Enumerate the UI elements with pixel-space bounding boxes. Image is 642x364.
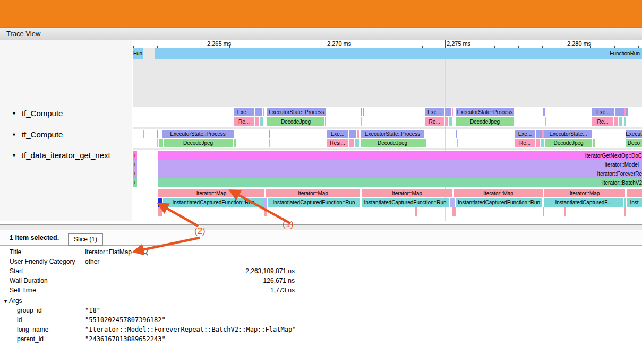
trace-slice[interactable]: ExecutorState::Process — [456, 108, 514, 116]
trace-slice[interactable] — [157, 130, 158, 138]
collapse-triangle-icon[interactable]: ▼ — [12, 153, 16, 158]
trace-slice[interactable]: InstantiatedCapturedFunction::Run — [268, 198, 360, 207]
trace-slice[interactable] — [627, 189, 642, 197]
trace-slice[interactable] — [415, 207, 417, 216]
trace-slice[interactable] — [264, 207, 267, 216]
trace-slice[interactable] — [545, 117, 546, 126]
trace-slice[interactable] — [260, 117, 263, 126]
trace-slice[interactable]: InstantiatedCapturedFunction::Run — [456, 198, 542, 207]
trace-slice[interactable] — [445, 117, 448, 126]
trace-slice[interactable] — [619, 117, 622, 126]
trace-slice[interactable] — [325, 117, 326, 126]
trace-slice[interactable] — [355, 139, 359, 147]
trace-slice[interactable]: Re... — [234, 117, 254, 126]
trace-slice[interactable]: Iterator::Map — [266, 189, 360, 197]
trace-slice[interactable]: DecodeJpeg — [456, 117, 514, 126]
trace-slice[interactable] — [457, 139, 458, 147]
trace-slice[interactable]: ExecutorState::Process — [361, 130, 424, 138]
trace-slice[interactable] — [269, 139, 270, 147]
trace-slice[interactable]: Deco — [626, 139, 642, 147]
trace-slice[interactable] — [624, 108, 626, 116]
args-section-header[interactable]: ▼Args — [3, 296, 22, 306]
trace-slice[interactable]: Iterator::Map — [544, 189, 625, 197]
trace-slice[interactable] — [544, 108, 545, 116]
trace-slice[interactable] — [543, 108, 544, 116]
trace-slice[interactable]: InstantiatedCapturedFunction::Run — [362, 198, 449, 207]
trace-slice[interactable] — [624, 207, 626, 216]
trace-slice[interactable] — [255, 117, 259, 126]
magnifier-icon[interactable] — [141, 248, 149, 255]
trace-slice[interactable]: Iterator::Map — [362, 189, 452, 197]
trace-slice[interactable]: IteratorGetNextOp::DoC — [158, 151, 642, 160]
trace-slice[interactable]: Exe... — [234, 108, 254, 116]
trace-slice[interactable]: DecodeJpeg — [164, 139, 233, 147]
sidebar-item-tf_Compute[interactable]: ▼tf_Compute — [12, 108, 63, 118]
trace-slice[interactable] — [542, 130, 544, 138]
trace-slice[interactable]: Iterator::BatchV2 — [158, 178, 642, 187]
trace-slice[interactable] — [349, 130, 356, 138]
trace-slice[interactable]: DecodeJpeg — [361, 139, 424, 147]
trace-slice[interactable]: Iterator::Map — [454, 189, 543, 197]
trace-slice[interactable] — [263, 108, 264, 116]
trace-slice[interactable] — [157, 139, 158, 147]
trace-slice[interactable]: ExecutorState... — [544, 130, 592, 138]
sidebar-item-tf_data_iterator_get_next[interactable]: ▼tf_data_iterator_get_next — [12, 150, 110, 160]
trace-slice[interactable]: Inst — [627, 198, 642, 207]
trace-chip[interactable]: I — [133, 178, 137, 187]
trace-slice[interactable] — [624, 117, 626, 126]
trace-slice[interactable]: Exe... — [592, 108, 614, 116]
trace-slice[interactable] — [615, 108, 624, 116]
trace-slice[interactable]: InstantiatedCapturedF... — [544, 198, 623, 207]
trace-slice[interactable] — [450, 198, 455, 207]
trace-slice[interactable] — [234, 139, 236, 147]
trace-slice[interactable]: Iterator::Model — [158, 160, 642, 169]
trace-slice[interactable] — [158, 207, 162, 216]
trace-slice[interactable] — [159, 139, 163, 147]
trace-slice[interactable] — [143, 130, 144, 138]
trace-slice[interactable] — [626, 108, 628, 116]
trace-chip[interactable]: I — [133, 151, 137, 160]
trace-slice[interactable] — [449, 117, 452, 126]
trace-slice[interactable] — [424, 139, 426, 147]
trace-slice[interactable] — [543, 207, 544, 216]
trace-slice[interactable] — [361, 108, 362, 116]
trace-slice[interactable] — [541, 139, 544, 147]
trace-slice[interactable] — [361, 117, 362, 126]
trace-slice[interactable]: Iterator::ForeverRe — [158, 169, 642, 178]
trace-slice[interactable] — [456, 130, 457, 138]
trace-slice[interactable]: Re... — [515, 139, 535, 147]
trace-slice[interactable] — [445, 108, 451, 116]
collapse-triangle-icon[interactable]: ▼ — [12, 111, 16, 116]
selected-slice[interactable] — [158, 198, 162, 207]
trace-slice[interactable] — [357, 130, 359, 138]
trace-slice[interactable] — [255, 108, 262, 116]
trace-slice[interactable]: DecodeJpeg — [267, 117, 324, 126]
trace-slice[interactable]: Exe... — [327, 130, 348, 138]
trace-slice[interactable]: Resi... — [327, 139, 348, 147]
trace-slice[interactable] — [614, 117, 618, 126]
trace-slice[interactable] — [264, 198, 267, 207]
trace-chip[interactable]: I — [133, 169, 137, 178]
trace-slice[interactable] — [536, 139, 540, 147]
trace-slice[interactable]: Re... — [425, 117, 444, 126]
trace-slice[interactable] — [269, 130, 270, 138]
trace-slice[interactable] — [349, 139, 354, 147]
trace-slice[interactable]: Exe... — [515, 130, 535, 138]
trace-slice[interactable]: Exe... — [425, 108, 444, 116]
trace-slice[interactable]: FunctionRun — [155, 48, 642, 59]
trace-slice[interactable]: Re... — [592, 117, 613, 126]
tab-slice[interactable]: Slice (1) — [68, 233, 103, 246]
trace-slice[interactable] — [452, 108, 453, 116]
collapse-triangle-icon[interactable]: ▼ — [12, 133, 16, 137]
trace-slice[interactable] — [593, 139, 595, 147]
trace-slice[interactable]: Execut — [626, 130, 642, 138]
trace-chip[interactable]: I — [133, 160, 137, 169]
trace-slice[interactable]: DecodeJpeg — [545, 139, 592, 147]
sidebar-item-tf_Compute[interactable]: ▼tf_Compute — [12, 129, 63, 139]
trace-slice[interactable] — [536, 130, 542, 138]
trace-slice[interactable] — [452, 207, 456, 216]
panel-splitter[interactable] — [0, 224, 642, 230]
trace-slice[interactable]: InstantiatedCapturedFunction::Run — [163, 198, 264, 207]
trace-slice[interactable] — [363, 108, 364, 116]
trace-slice[interactable] — [564, 207, 566, 216]
